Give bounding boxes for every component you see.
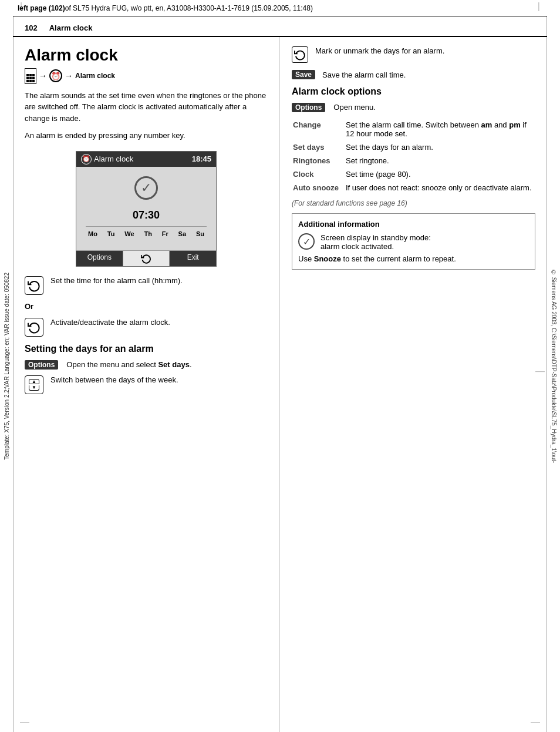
options-section-heading: Alarm clock options [292,86,535,97]
arrow-icon-2: → [65,71,73,80]
page-main-title: Alarm clock [25,46,268,65]
option-label: Change [292,118,345,140]
time-display: 07:30 [86,209,207,221]
save-badge[interactable]: Save [292,70,315,79]
alarm-screen-icon: ⏰ [81,154,92,164]
day-fr: Fr [162,230,168,237]
phone-screen-title: Alarm clock [94,155,192,163]
option-text: Set ringtone. [345,154,535,167]
intro-text: The alarm sounds at the set time even wh… [25,90,268,125]
options-badge[interactable]: Options [292,103,325,112]
day-sa: Sa [178,230,186,237]
check-small-icon: ✓ [298,233,315,250]
side-label-right: © Siemens AG 2003, C:\Siemens\DTP-Satz\P… [547,0,560,732]
side-label-left: Template: X75, Version 2.2;VAR Language:… [0,0,13,732]
days-options-row: Options Open the menu and select Set day… [25,360,268,370]
switch-days-icon: ▲ ▼ [25,375,43,394]
option-label: Set days [292,140,345,154]
additional-info-box: Additional information ✓ Screen display … [292,213,535,270]
mark-days-row: Mark or unmark the days for an alarm. [292,46,535,63]
option-label: Auto snooze [292,181,345,194]
nav-icons: → ⏰ → Alarm clock [25,68,268,84]
activate-text: Activate/deactivate the alarm clock. [50,318,170,327]
col-right: Mark or unmark the days for an alarm. Sa… [280,37,547,732]
intro-text2: An alarm is ended by pressing any number… [25,130,268,142]
option-text: If user does not react: snooze only or d… [345,181,535,194]
two-col-layout: Alarm clock → ⏰ → Alarm clock The alarm … [13,37,547,732]
day-tu: Tu [107,230,115,237]
footer-btn-options[interactable]: Options [76,251,123,266]
day-th: Th [144,230,151,237]
mark-days-text: Mark or unmark the days for an alarm. [315,46,444,55]
phone-screen-mockup: ⏰ Alarm clock 18:45 ✓ 07:30 Mo Tu We Th … [76,151,217,267]
section-days-heading: Setting the days for an alarm [25,344,268,354]
footer-btn-exit[interactable]: Exit [170,251,216,266]
day-mo: Mo [88,230,97,237]
activate-row: Activate/deactivate the alarm clock. [25,318,268,337]
snooze-bold: Snooze [314,254,341,263]
check-circle-icon: ✓ [134,176,158,200]
days-row: Mo Tu We Th Fr Sa Su [86,226,207,241]
doc-info: of SL75 Hydra FUG, w/o ptt, en, A31008-H… [65,4,313,12]
additional-box-title: Additional information [298,220,529,229]
standby-info-row: ✓ Screen display in standby mode:alarm c… [298,233,529,251]
col-left: Alarm clock → ⏰ → Alarm clock The alarm … [13,37,280,732]
table-row: Set daysSet the days for an alarm. [292,140,535,154]
bell-nav-icon: ⏰ [49,69,62,82]
days-options-badge[interactable]: Options [25,360,58,370]
save-row: Save Save the alarm call time. [292,70,535,79]
option-label: Clock [292,167,345,181]
options-table: ChangeSet the alarm call time. Switch be… [292,118,535,194]
table-row: ChangeSet the alarm call time. Switch be… [292,118,535,140]
option-label: Ringtones [292,154,345,167]
set-days-link: Set days [158,360,189,369]
options-open-row: Options Open menu. [292,103,535,112]
top-bar: left page (102) of SL75 Hydra FUG, w/o p… [13,0,547,16]
standby-text: Screen display in standby mode:alarm clo… [321,233,431,251]
day-su: Su [196,230,204,237]
footer-btn-rotate [123,251,170,266]
option-text: Set time (page 80). [345,167,535,181]
page-title-header: Alarm clock [49,23,93,32]
phone-screen-header: ⏰ Alarm clock 18:45 [76,152,216,167]
set-time-icon [25,276,43,295]
switch-days-text: Switch between the days of the week. [50,375,178,384]
page-info: left page (102) [18,4,65,12]
switch-days-row: ▲ ▼ Switch between the days of the week. [25,375,268,394]
phone-screen-time: 18:45 [192,155,211,163]
option-text: Set the days for an alarm. [345,140,535,154]
phone-screen-body: ✓ 07:30 Mo Tu We Th Fr Sa Su [76,167,216,250]
day-we: We [124,230,134,237]
options-open-text: Open menu. [333,103,376,112]
main-content: 102 Alarm clock Alarm clock → ⏰ → A [13,16,547,732]
arrow-icon-1: → [39,71,47,80]
save-text: Save the alarm call time. [322,70,406,79]
snooze-text-row: Use Snooze to set the current alarm to r… [298,254,529,263]
activate-icon [25,318,43,337]
table-row: Auto snoozeIf user does not react: snooz… [292,181,535,194]
or-label: Or [25,302,268,311]
std-functions-note: (For standard functions see page 16) [292,199,535,207]
phone-screen-footer: Options Exit [76,250,216,266]
table-row: RingtonesSet ringtone. [292,154,535,167]
grid-icon [25,68,36,84]
set-time-row: Set the time for the alarm call (hh:mm). [25,276,268,295]
table-row: ClockSet time (page 80). [292,167,535,181]
nav-label: Alarm clock [75,72,115,80]
page-header: 102 Alarm clock [13,16,547,37]
page-number: 102 [25,23,38,32]
set-time-text: Set the time for the alarm call (hh:mm). [50,276,183,285]
days-options-text: Open the menu and select Set days. [66,360,191,369]
mark-days-icon [292,46,308,63]
option-text: Set the alarm call time. Switch between … [345,118,535,140]
